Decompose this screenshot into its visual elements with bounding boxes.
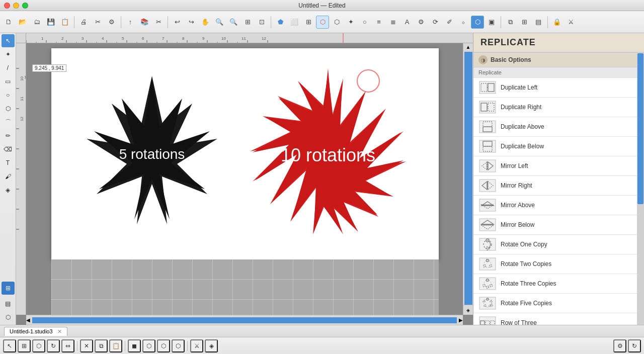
zoom-out-button[interactable]: 🔍 <box>227 16 240 29</box>
print-button[interactable]: 🖨 <box>77 16 90 29</box>
settings-button[interactable]: ⚙ <box>105 16 118 29</box>
active-tool[interactable]: ⬡ <box>471 16 484 29</box>
bt-copy[interactable]: ⧉ <box>95 339 108 352</box>
template-button[interactable]: 🗂 <box>30 16 43 29</box>
point-tool[interactable]: ⬦ <box>457 16 470 29</box>
bt-multi[interactable]: ⊞ <box>18 339 31 352</box>
minimize-button[interactable] <box>13 3 19 9</box>
ellipse-tool[interactable]: ○ <box>2 88 15 102</box>
close-button[interactable] <box>4 3 10 9</box>
scroll-up-button[interactable]: ▲ <box>465 43 472 51</box>
zoom-select-button[interactable]: ⊡ <box>255 16 268 29</box>
bt-rotate[interactable]: ↻ <box>47 339 60 352</box>
cut-machine-button[interactable]: ✂ <box>91 16 104 29</box>
hexagon-tool[interactable]: ⬡ <box>330 16 343 29</box>
replicate-tool[interactable]: ⟳ <box>429 16 442 29</box>
grid-tool[interactable]: ⊞ <box>302 16 315 29</box>
scroll-track-h[interactable] <box>32 317 457 323</box>
rotate-five-copies-item[interactable]: Rotate Five Copies <box>473 294 637 313</box>
library-button-left[interactable]: ⬡ <box>2 311 15 324</box>
library-button[interactable]: 📚 <box>138 16 151 29</box>
maximize-button[interactable] <box>22 3 28 9</box>
lock-tool[interactable]: 🔒 <box>550 16 564 29</box>
rect-tool[interactable]: ▭ <box>2 75 15 88</box>
bt-refresh[interactable]: ↻ <box>628 339 641 352</box>
redo-button[interactable]: ↪ <box>185 16 198 29</box>
mirror-above-item[interactable]: Mirror Above <box>473 196 637 215</box>
zoom-in-button[interactable]: 🔍 <box>213 16 226 29</box>
duplicate-left-item[interactable]: Duplicate Left <box>473 78 637 98</box>
bt-intersect[interactable]: ⬡ <box>172 339 185 352</box>
panel-scrollbar[interactable] <box>637 52 644 325</box>
scroll-left-button[interactable]: ◀ <box>26 317 30 323</box>
bt-stamp[interactable]: ◈ <box>205 339 218 352</box>
pen-tool[interactable]: ✏ <box>2 129 15 142</box>
duplicate-right-item[interactable]: Duplicate Right <box>473 98 637 117</box>
canvas-scroll[interactable]: 5 rotations 10 rotations <box>26 43 463 315</box>
undo-button[interactable]: ↩ <box>171 16 184 29</box>
bitmap-tool[interactable]: ▣ <box>485 16 498 29</box>
text-tool[interactable]: A <box>400 16 414 29</box>
align-right[interactable]: ≣ <box>386 16 399 29</box>
mirror-below-item[interactable]: Mirror Below <box>473 215 637 235</box>
weld-tool[interactable]: ⚙ <box>415 16 428 29</box>
mirror-right-item[interactable]: Mirror Right <box>473 176 637 196</box>
duplicate-above-item[interactable]: Duplicate Above <box>473 117 637 137</box>
open-button[interactable]: 📂 <box>16 16 29 29</box>
select-tool[interactable]: ↖ <box>2 34 15 47</box>
share-button[interactable]: ↑ <box>124 16 137 29</box>
bt-select[interactable]: ↖ <box>3 339 16 352</box>
layer-button-left[interactable]: ▤ <box>2 297 15 310</box>
window-controls[interactable] <box>4 3 28 9</box>
bt-knife[interactable]: ⚔ <box>190 339 203 352</box>
rotate-three-copies-item[interactable]: Rotate Three Copies <box>473 274 637 294</box>
eraser-tool[interactable]: ⌫ <box>2 143 15 156</box>
knife-tool[interactable]: ⚔ <box>565 16 578 29</box>
panel-scrollbar-thumb[interactable] <box>637 53 643 204</box>
copy-tool[interactable]: ⧉ <box>504 16 517 29</box>
save-as-button[interactable]: 📋 <box>58 16 71 29</box>
pan-button[interactable]: ✋ <box>199 16 212 29</box>
node-tool[interactable]: ✦ <box>2 48 15 61</box>
bt-align[interactable]: ◼ <box>128 339 141 352</box>
bt-subtract[interactable]: ⬡ <box>157 339 170 352</box>
duplicate-below-item[interactable]: Duplicate Below <box>473 137 637 156</box>
panel-scroll-area[interactable]: ◑ Basic Options Replicate <box>473 52 637 325</box>
bt-settings[interactable]: ⚙ <box>613 339 626 352</box>
bt-weld[interactable]: ⬡ <box>142 339 155 352</box>
grid2-tool[interactable]: ⊞ <box>518 16 531 29</box>
row-of-three-item[interactable]: Row of Three <box>473 313 637 325</box>
square-tool[interactable]: ⬜ <box>288 16 301 29</box>
mirror-left-item[interactable]: Mirror Left <box>473 156 637 176</box>
pentagon-tool[interactable]: ⬡ <box>316 16 329 29</box>
zoom-button-left[interactable]: ⊞ <box>2 282 15 295</box>
layer-tool[interactable]: ▤ <box>532 16 545 29</box>
canvas-container[interactable]: 9.245 , 9.941 1 2 3 4 5 6 7 8 9 10 <box>16 33 473 325</box>
scroll-bottom[interactable]: ◀ ▶ <box>26 315 463 325</box>
circle-tool[interactable]: ○ <box>358 16 371 29</box>
new-button[interactable]: 🗋 <box>2 16 15 29</box>
rotate-two-copies-item[interactable]: Rotate Two Copies <box>473 254 637 274</box>
scroll-right-button[interactable]: ▶ <box>459 317 463 323</box>
rotate-one-copy-item[interactable]: Rotate One Copy <box>473 235 637 254</box>
curve-tool[interactable]: ⌒ <box>2 116 15 129</box>
scroll-right[interactable]: ▲ ▼ <box>463 43 473 315</box>
fill-button[interactable]: ⬟ <box>274 16 287 29</box>
paint-tool[interactable]: 🖌 <box>2 170 15 183</box>
tab-close-icon[interactable]: ✕ <box>57 328 62 334</box>
bt-paste[interactable]: 📋 <box>109 339 122 352</box>
text-tool-left[interactable]: T <box>2 156 15 169</box>
zoom-fit-button[interactable]: ⊞ <box>241 16 254 29</box>
save-button[interactable]: 💾 <box>44 16 57 29</box>
cut-button[interactable]: ✂ <box>152 16 165 29</box>
corner-scroll[interactable]: ◈ <box>463 305 473 315</box>
star-tool[interactable]: ✦ <box>344 16 357 29</box>
file-tab[interactable]: Untitled-1.studio3 ✕ <box>4 327 67 336</box>
align-left[interactable]: ≡ <box>372 16 385 29</box>
fill-tool[interactable]: ◈ <box>2 184 15 197</box>
line-tool[interactable]: / <box>2 61 15 74</box>
bt-delete[interactable]: ✕ <box>80 339 93 352</box>
bt-resize[interactable]: ⬡ <box>32 339 45 352</box>
bt-flip[interactable]: ⇔ <box>61 339 74 352</box>
polygon-tool[interactable]: ⬡ <box>2 102 15 115</box>
